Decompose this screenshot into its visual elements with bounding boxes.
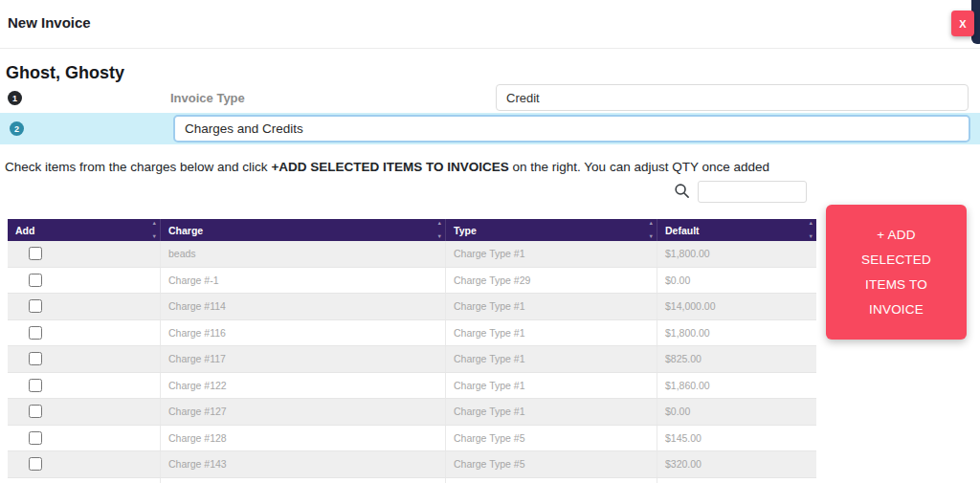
search-icon	[674, 183, 690, 199]
type-cell: Charge Type #5	[446, 451, 657, 477]
instructions-prefix: Check items from the charges below and c…	[5, 160, 271, 174]
charge-cell: Charge #122	[161, 373, 446, 399]
add-button-line: + ADD	[877, 223, 915, 248]
default-cell: $1,800.00	[657, 320, 816, 346]
add-button-line: INVOICE	[869, 297, 924, 322]
add-cell	[8, 426, 161, 451]
row-checkbox[interactable]	[29, 326, 42, 340]
table-row: Charge #127Charge Type #1$0.00	[8, 399, 816, 426]
invoice-type-label: Invoice Type	[170, 91, 245, 105]
patient-name-heading: Ghost, Ghosty	[6, 63, 124, 83]
default-cell: $0.00	[657, 399, 816, 425]
charge-cell: Charge #144	[161, 478, 446, 483]
sort-asc-icon: ▲	[437, 221, 442, 226]
sort-icons: ▲▼	[152, 219, 157, 241]
charge-cell: beads	[161, 241, 446, 267]
row-checkbox[interactable]	[29, 247, 42, 260]
type-cell: Charge Type #1	[446, 346, 657, 372]
header-divider	[0, 48, 980, 49]
table-row: Charge #144Charge Type #5$320.00	[8, 478, 816, 483]
row-checkbox[interactable]	[29, 274, 42, 287]
column-header-add[interactable]: Add ▲▼	[8, 219, 161, 241]
sort-icons: ▲▼	[649, 219, 654, 241]
instructions-text: Check items from the charges below and c…	[5, 160, 769, 174]
sort-desc-icon: ▼	[809, 234, 813, 239]
sort-icons: ▲▼	[437, 219, 442, 241]
charge-cell: Charge #143	[161, 451, 446, 477]
charge-cell: Charge #-1	[161, 268, 446, 294]
table-row: Charge #128Charge Type #5$145.00	[8, 426, 816, 452]
add-cell	[8, 320, 161, 346]
row-checkbox[interactable]	[29, 379, 42, 392]
invoice-type-input[interactable]	[496, 84, 969, 111]
type-cell: Charge Type #29	[446, 268, 657, 294]
add-cell	[8, 346, 161, 372]
step-1-badge: 1	[8, 91, 22, 105]
add-selected-items-button[interactable]: + ADD SELECTED ITEMS TO INVOICE	[826, 205, 967, 340]
table-row: Charge #-1Charge Type #29$0.00	[8, 268, 816, 295]
row-checkbox[interactable]	[29, 299, 42, 313]
table-body: beadsCharge Type #1$1,800.00Charge #-1Ch…	[8, 241, 816, 483]
row-checkbox[interactable]	[29, 352, 42, 365]
column-header-default[interactable]: Default ▲▼	[657, 219, 816, 241]
table-row: Charge #117Charge Type #1$825.00	[8, 346, 816, 373]
column-header-label: Default	[665, 225, 700, 236]
default-cell: $14,000.00	[657, 294, 816, 319]
charge-cell: Charge #128	[161, 426, 446, 451]
type-cell: Charge Type #1	[446, 399, 657, 425]
type-cell: Charge Type #1	[446, 294, 657, 319]
default-cell: $320.00	[657, 478, 816, 483]
sort-desc-icon: ▼	[152, 234, 157, 239]
table-row: beadsCharge Type #1$1,800.00	[8, 241, 816, 268]
type-cell: Charge Type #1	[446, 373, 657, 399]
charge-cell: Charge #114	[161, 294, 446, 319]
sort-asc-icon: ▲	[649, 221, 654, 226]
type-cell: Charge Type #5	[446, 478, 657, 483]
table-row: Charge #122Charge Type #1$1,860.00	[8, 373, 816, 400]
default-cell: $825.00	[657, 346, 816, 372]
column-header-type[interactable]: Type ▲▼	[446, 219, 657, 241]
default-cell: $1,800.00	[657, 241, 816, 267]
column-header-label: Type	[454, 225, 477, 236]
table-row: Charge #114Charge Type #1$14,000.00	[8, 294, 816, 320]
step-2-badge: 2	[10, 121, 24, 136]
instructions-suffix: on the right. You can adjust QTY once ad…	[509, 160, 769, 174]
table-header-row: Add ▲▼ Charge ▲▼ Type ▲▼ Default ▲▼	[8, 219, 816, 241]
add-cell	[8, 268, 161, 294]
default-cell: $0.00	[657, 268, 816, 294]
default-cell: $1,860.00	[657, 373, 816, 399]
add-cell	[8, 478, 161, 483]
type-cell: Charge Type #5	[446, 426, 657, 451]
row-checkbox[interactable]	[29, 457, 42, 471]
default-cell: $145.00	[657, 426, 816, 451]
type-cell: Charge Type #1	[446, 241, 657, 267]
sort-desc-icon: ▼	[649, 234, 654, 239]
instructions-bold: +ADD SELECTED ITEMS TO INVOICES	[271, 160, 508, 174]
charges-and-credits-input[interactable]	[173, 115, 970, 143]
charges-table: Add ▲▼ Charge ▲▼ Type ▲▼ Default ▲▼ bead…	[8, 219, 816, 483]
table-row: Charge #116Charge Type #1$1,800.00	[8, 320, 816, 347]
table-row: Charge #143Charge Type #5$320.00	[8, 451, 816, 478]
row-checkbox[interactable]	[29, 405, 42, 418]
column-header-charge[interactable]: Charge ▲▼	[161, 219, 446, 241]
column-header-label: Add	[15, 225, 34, 236]
sort-asc-icon: ▲	[152, 221, 157, 226]
charge-cell: Charge #117	[161, 346, 446, 372]
add-cell	[8, 399, 161, 425]
add-button-line: ITEMS TO	[865, 273, 927, 297]
add-cell	[8, 451, 161, 477]
default-cell: $320.00	[657, 451, 816, 477]
column-header-label: Charge	[168, 225, 203, 236]
add-cell	[8, 373, 161, 399]
close-button[interactable]: X	[951, 11, 974, 36]
add-button-line: SELECTED	[861, 248, 931, 273]
charge-cell: Charge #116	[161, 320, 446, 346]
type-cell: Charge Type #1	[446, 320, 657, 346]
charge-cell: Charge #127	[161, 399, 446, 425]
sort-icons: ▲▼	[809, 219, 813, 241]
search-input[interactable]	[698, 181, 807, 203]
row-checkbox[interactable]	[29, 431, 42, 445]
page-title: New Invoice	[8, 14, 91, 31]
sort-asc-icon: ▲	[809, 221, 813, 226]
new-invoice-modal: New Invoice X Ghost, Ghosty 1 Invoice Ty…	[0, 0, 980, 483]
